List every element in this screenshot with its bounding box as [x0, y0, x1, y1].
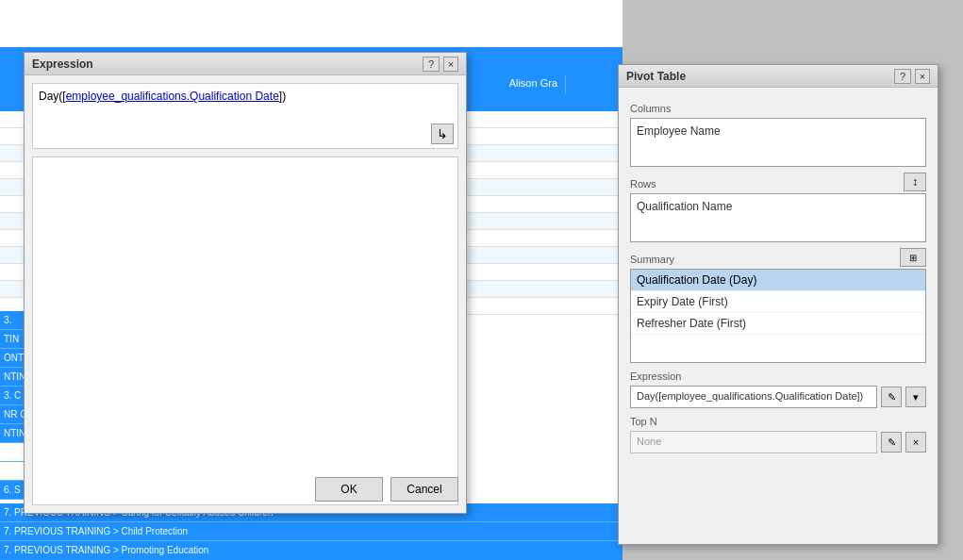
rows-sort-button[interactable]: ↕: [904, 173, 926, 191]
summary-item-qual-date[interactable]: Qualification Date (Day): [631, 270, 925, 291]
ok-button[interactable]: OK: [315, 477, 383, 502]
expression-suffix: ]): [279, 90, 286, 103]
columns-label: Columns: [630, 103, 926, 114]
pivot-close-button[interactable]: ×: [915, 69, 930, 84]
rows-header: Rows ↕: [630, 171, 926, 193]
expression-text-area: Day([employee_qualifications.Qualificati…: [32, 83, 458, 149]
summary-header: Summary ⊞: [630, 246, 926, 269]
pivot-table-panel: Pivot Table ? × Columns Employee Name Ro…: [618, 64, 938, 545]
sort-icon: ↕: [912, 175, 918, 189]
expression-footer: OK Cancel: [315, 477, 458, 502]
topn-close-icon: ×: [913, 436, 919, 448]
expression-prefix: Day([: [39, 90, 66, 103]
expression-dialog-titlebar[interactable]: Expression ? ×: [25, 53, 466, 75]
expression-help-button[interactable]: ?: [423, 57, 440, 72]
expression-edit-button[interactable]: ✎: [881, 387, 902, 407]
topn-close-button[interactable]: ×: [905, 432, 926, 453]
expression-body-area: [32, 156, 458, 505]
summary-grid-button[interactable]: ⊞: [900, 248, 926, 267]
expression-dialog: Expression ? × Day([employee_qualificati…: [24, 52, 467, 514]
pivot-titlebar[interactable]: Pivot Table ? ×: [619, 65, 938, 88]
list-item: 7. PREVIOUS TRAINING > Promoting Educati…: [0, 541, 623, 560]
pivot-content: Columns Employee Name Rows ↕ Qualificati…: [619, 88, 938, 461]
grid-icon: ⊞: [909, 253, 917, 263]
summary-item-expiry-date[interactable]: Expiry Date (First): [631, 291, 925, 313]
topn-row: None ✎ ×: [630, 431, 926, 453]
pivot-help-button[interactable]: ?: [894, 69, 911, 84]
refresh-icon: ↳: [437, 126, 448, 141]
expression-refresh-button[interactable]: ↳: [431, 124, 454, 144]
expression-close-button[interactable]: ×: [443, 57, 458, 72]
drop-icon: ▾: [913, 391, 919, 404]
topn-label: Top N: [630, 416, 926, 427]
expression-drop-button[interactable]: ▾: [905, 387, 926, 407]
rows-label: Rows: [630, 178, 656, 189]
expression-field-ref: employee_qualifications.Qualification Da…: [66, 90, 279, 103]
expression-label: Expression: [630, 371, 926, 382]
rows-field-box: Qualification Name: [630, 193, 926, 242]
topn-field: None: [630, 431, 877, 453]
columns-field-box: Employee Name: [630, 118, 926, 167]
cancel-button[interactable]: Cancel: [390, 477, 458, 502]
expression-row: Day([employee_qualifications.Qualificati…: [630, 386, 926, 408]
summary-label: Summary: [630, 254, 674, 265]
expression-dialog-title: Expression: [32, 58, 423, 71]
topn-edit-icon: ✎: [888, 436, 896, 449]
rows-field-value: Qualification Name: [637, 200, 732, 213]
summary-item-refresher-date[interactable]: Refresher Date (First): [631, 313, 925, 335]
topn-edit-button[interactable]: ✎: [881, 432, 902, 453]
edit-icon: ✎: [888, 391, 896, 404]
pivot-title: Pivot Table: [626, 70, 894, 83]
expression-field: Day([employee_qualifications.Qualificati…: [630, 386, 877, 408]
columns-field-value: Employee Name: [637, 124, 721, 138]
list-item: 7. PREVIOUS TRAINING > Child Protection: [0, 522, 623, 541]
summary-list: Qualification Date (Day) Expiry Date (Fi…: [630, 269, 926, 363]
